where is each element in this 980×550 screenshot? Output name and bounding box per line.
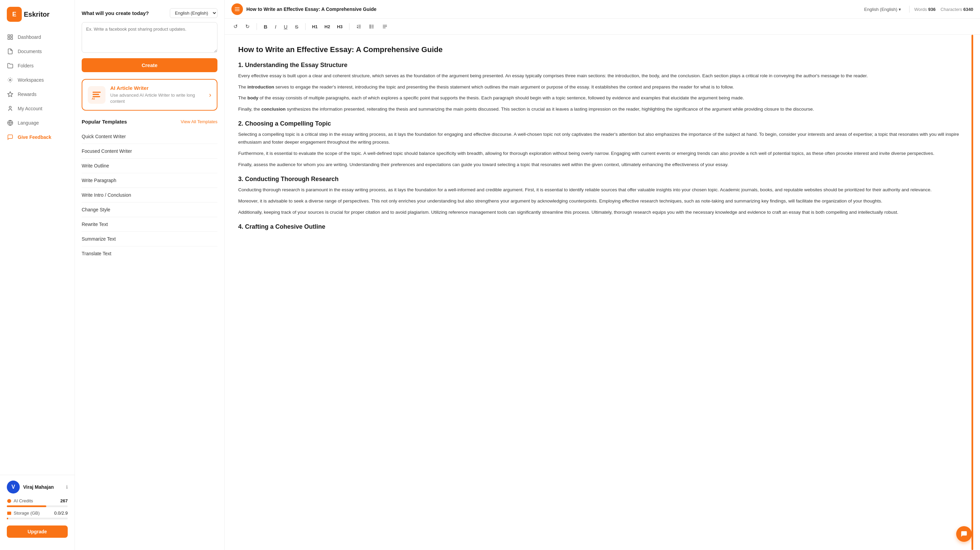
ai-card-arrow-icon: › <box>209 91 211 99</box>
storage-count: 0.0/2.9 <box>54 510 68 516</box>
templates-header: Popular Templates View All Templates <box>82 119 218 124</box>
credits-label: AI Credits <box>7 498 33 503</box>
svg-rect-3 <box>11 38 13 40</box>
section-heading-4: 4. Crafting a Cohesive Outline <box>238 223 966 230</box>
ai-card-text: AI Article Writer Use advanced AI Articl… <box>110 85 204 105</box>
redo-button[interactable]: ↻ <box>243 22 252 31</box>
toolbar-divider-1 <box>909 6 910 13</box>
undo-button[interactable]: ↺ <box>231 22 240 31</box>
svg-point-5 <box>9 106 11 108</box>
sidebar-item-label: My Account <box>18 106 42 111</box>
template-item-focused-content-writer[interactable]: Focused Content Writer <box>82 144 218 159</box>
align-button[interactable] <box>380 22 390 30</box>
info-icon[interactable]: ℹ <box>66 484 68 490</box>
template-item-write-outline[interactable]: Write Outline <box>82 159 218 173</box>
template-item-summarize-text[interactable]: Summarize Text <box>82 232 218 246</box>
section-2-para-3: Finally, assess the audience for whom yo… <box>238 161 966 169</box>
create-button[interactable]: Create <box>82 58 218 72</box>
storage-progress-fill <box>7 518 8 520</box>
section-2-para-1: Selecting a compelling topic is a critic… <box>238 131 966 146</box>
create-header: What will you create today? English (Eng… <box>82 8 218 18</box>
svg-point-25 <box>369 27 370 28</box>
sidebar-item-my-account[interactable]: My Account <box>0 101 75 116</box>
chat-fab-button[interactable] <box>956 526 972 542</box>
logo-area: E Eskritor <box>0 7 75 30</box>
feedback-icon <box>7 134 14 140</box>
section-heading-3: 3. Conducting Thorough Research <box>238 175 966 183</box>
section-3-para-1: Conducting thorough research is paramoun… <box>238 186 966 194</box>
section-3-para-2: Moreover, it is advisable to seek a dive… <box>238 198 966 205</box>
sidebar: E Eskritor Dashboard Documents Folders W… <box>0 0 75 550</box>
workspaces-icon <box>7 77 14 83</box>
credits-progress-fill <box>7 505 46 507</box>
svg-rect-2 <box>8 38 10 40</box>
doc-title: How to Write an Effective Essay: A Compr… <box>247 6 861 12</box>
svg-rect-11 <box>92 94 99 95</box>
language-icon <box>7 120 14 126</box>
underline-button[interactable]: U <box>282 22 290 31</box>
sidebar-item-label: Give Feedback <box>18 134 51 140</box>
template-item-quick-content-writer[interactable]: Quick Content Writer <box>82 129 218 144</box>
svg-point-23 <box>369 25 370 26</box>
view-all-templates-link[interactable]: View All Templates <box>181 119 218 124</box>
sidebar-item-workspaces[interactable]: Workspaces <box>0 73 75 87</box>
upgrade-button[interactable]: Upgrade <box>7 526 68 538</box>
section-1-para-2: The introduction serves to engage the re… <box>238 83 966 91</box>
italic-button[interactable]: I <box>273 22 278 31</box>
template-item-write-paragraph[interactable]: Write Paragraph <box>82 173 218 188</box>
rewards-icon <box>7 91 14 98</box>
create-textarea[interactable] <box>82 22 218 53</box>
section-1-para-4: Finally, the conclusion synthesizes the … <box>238 105 966 113</box>
avatar: V <box>7 481 20 494</box>
svg-rect-1 <box>11 35 13 37</box>
left-panel: What will you create today? English (Eng… <box>75 0 224 550</box>
h1-button[interactable]: H1 <box>310 23 320 30</box>
section-1-para-1: Every effective essay is built upon a cl… <box>238 72 966 80</box>
app-name: Eskritor <box>24 11 50 18</box>
templates-title: Popular Templates <box>82 119 127 124</box>
doc-language-select[interactable]: English (English) ▾ <box>864 7 904 12</box>
svg-rect-9 <box>7 512 11 515</box>
template-item-write-intro-conclusion[interactable]: Write Intro / Conclusion <box>82 188 218 202</box>
editor-toolbar-2: ↺ ↻ B I U S H1 H2 H3 <box>224 19 980 35</box>
doc-main-title: How to Write an Effective Essay: A Compr… <box>238 45 966 55</box>
create-title: What will you create today? <box>82 10 149 16</box>
h3-button[interactable]: H3 <box>335 23 344 30</box>
h2-button[interactable]: H2 <box>323 23 332 30</box>
editor-content[interactable]: How to Write an Effective Essay: A Compr… <box>224 35 980 550</box>
sidebar-item-label: Rewards <box>18 92 37 97</box>
toolbar-divider-2 <box>256 23 257 30</box>
svg-rect-10 <box>92 92 101 92</box>
ai-article-writer-card[interactable]: AI AI Article Writer Use advanced AI Art… <box>82 79 218 111</box>
sidebar-item-label: Documents <box>18 49 42 54</box>
sidebar-item-folders[interactable]: Folders <box>0 59 75 73</box>
section-1-para-3: The body of the essay consists of multip… <box>238 94 966 102</box>
template-item-change-style[interactable]: Change Style <box>82 202 218 217</box>
template-item-translate-text[interactable]: Translate Text <box>82 246 218 261</box>
section-3-para-3: Additionally, keeping track of your sour… <box>238 209 966 217</box>
sidebar-item-label: Workspaces <box>18 77 44 83</box>
documents-icon <box>7 48 14 55</box>
sidebar-item-dashboard[interactable]: Dashboard <box>0 30 75 44</box>
sidebar-item-give-feedback[interactable]: Give Feedback <box>0 130 75 144</box>
word-count-label: Words 936 Characters 6340 <box>914 7 973 12</box>
ordered-list-button[interactable] <box>354 22 364 30</box>
svg-point-8 <box>7 499 11 503</box>
editor-panel: How to Write an Effective Essay: A Compr… <box>224 0 980 550</box>
strikethrough-button[interactable]: S <box>293 22 301 31</box>
ai-card-icon: AI <box>88 86 105 104</box>
storage-label: Storage (GB) <box>7 510 40 516</box>
sidebar-item-rewards[interactable]: Rewards <box>0 87 75 101</box>
template-item-rewrite-text[interactable]: Rewrite Text <box>82 217 218 232</box>
bold-button[interactable]: B <box>262 22 269 31</box>
unordered-list-button[interactable] <box>367 22 377 30</box>
sidebar-item-language[interactable]: Language <box>0 116 75 130</box>
section-heading-2: 2. Choosing a Compelling Topic <box>238 120 966 127</box>
language-select[interactable]: English (English) <box>170 8 218 18</box>
credits-count: 267 <box>60 498 68 503</box>
templates-list: Quick Content Writer Focused Content Wri… <box>82 129 218 261</box>
sidebar-item-documents[interactable]: Documents <box>0 44 75 59</box>
svg-text:AI: AI <box>92 97 95 100</box>
sidebar-bottom: V Viraj Mahajan ℹ AI Credits 267 Storage… <box>0 475 75 543</box>
logo-letter: E <box>12 11 16 18</box>
